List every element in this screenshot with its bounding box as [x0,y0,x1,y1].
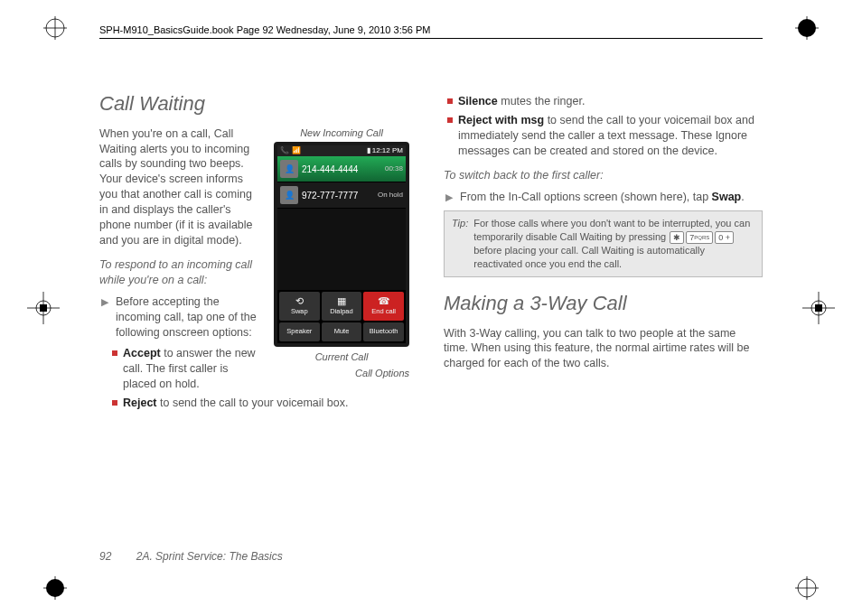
bullet-icon [447,98,453,104]
term-reject: Reject [123,397,157,409]
call-number-2: 972-777-7777 [302,190,374,202]
bullet-icon [447,117,453,123]
option-reject-text: to send the call to your voicemail box. [157,397,349,409]
tip-box: Tip: For those calls where you don't wan… [444,210,763,277]
avatar-icon: 👤 [280,186,298,204]
speaker-button: Speaker [279,322,320,341]
term-swap: Swap [712,191,742,203]
dialpad-button: ▦Dialpad [322,292,362,321]
tip-text-post: before placing your call. Call Waiting i… [473,245,705,269]
switch-back-lead-in: To switch back to the first caller: [444,168,763,183]
phone-icon: 📞 [280,146,289,156]
crop-mark-bottom-right [795,576,819,600]
figure-incoming-call: New Incoming Call 📞 📶 ▮ 12:12 PM 👤 [265,126,418,381]
bluetooth-button: Bluetooth [363,322,404,341]
term-silence: Silence [458,95,498,107]
crop-mark-mid-right [802,292,835,324]
footer-section: 2A. Sprint Service: The Basics [136,550,283,563]
bullet-icon [112,400,117,406]
end-call-button: ☎End call [363,292,404,321]
option-reject-with-msg: Reject with msg to send the call to your… [447,113,763,159]
call-row-active: 👤 214-444-4444 00:38 [277,156,406,182]
svg-rect-19 [815,304,822,312]
step-text: Before accepting the incoming call, tap … [116,294,258,341]
figure-label-call-options: Call Options [355,367,409,380]
option-silence-text: mutes the ringer. [498,95,586,107]
option-reject: Reject to send the call to your voicemai… [112,396,418,411]
swap-button: ⟲Swap [279,292,320,321]
swap-icon: ⟲ [295,296,304,306]
figure-label-top: New Incoming Call [265,126,418,140]
crop-mark-top-right [795,16,819,40]
swap-step-pre: From the In-Call options screen (shown h… [460,191,712,203]
call-number-1: 214-444-4444 [302,163,381,176]
in-call-button-grid: ⟲Swap ▦Dialpad ☎End call Speaker Mute Bl… [277,290,406,342]
svg-rect-15 [40,304,47,312]
option-silence: Silence mutes the ringer. [447,94,763,109]
page-footer: 92 2A. Sprint Service: The Basics [99,549,283,564]
swap-step-post: . [741,191,744,203]
heading-call-waiting: Call Waiting [99,90,418,117]
crop-mark-top-left [43,16,67,40]
crop-mark-bottom-left [43,576,67,600]
phone-status-bar: 📞 📶 ▮ 12:12 PM [277,145,406,157]
running-header: SPH-M910_BasicsGuide.book Page 92 Wednes… [99,23,763,39]
figure-label-current-call: Current Call [315,350,369,364]
keycap-7: 7PQRS [686,231,713,244]
three-way-intro: With 3-Way calling, you can talk to two … [444,326,763,372]
step-tap-swap: ▶ From the In-Call options screen (shown… [444,190,763,205]
end-call-icon: ☎ [378,296,390,306]
option-accept: Accept to answer the new call. The first… [112,346,258,392]
phone-mockup: 📞 📶 ▮ 12:12 PM 👤 214-444-4444 [274,142,409,347]
term-reject-with-msg: Reject with msg [458,114,544,126]
arrow-icon: ▶ [445,191,453,205]
battery-icon: ▮ [367,146,370,154]
mute-button: Mute [322,322,362,341]
call-status-hold: On hold [378,191,403,201]
status-time: 12:12 PM [372,146,403,154]
call-duration: 00:38 [385,164,403,174]
call-row-hold: 👤 972-777-7777 On hold [277,182,406,209]
signal-icon: 📶 [292,146,301,156]
term-accept: Accept [123,347,161,359]
page-number: 92 [99,550,111,563]
bullet-icon [112,350,117,356]
avatar-icon: 👤 [280,160,298,178]
keycap-star: ✱ [670,231,684,244]
tip-label: Tip: [452,217,468,271]
arrow-icon: ▶ [101,295,108,341]
crop-mark-mid-left [27,292,60,324]
step-before-accepting: ▶ Before accepting the incoming call, ta… [99,294,258,341]
dialpad-icon: ▦ [337,296,346,306]
keycap-0: 0 + [715,231,734,244]
heading-3-way-call: Making a 3-Way Call [444,290,763,317]
